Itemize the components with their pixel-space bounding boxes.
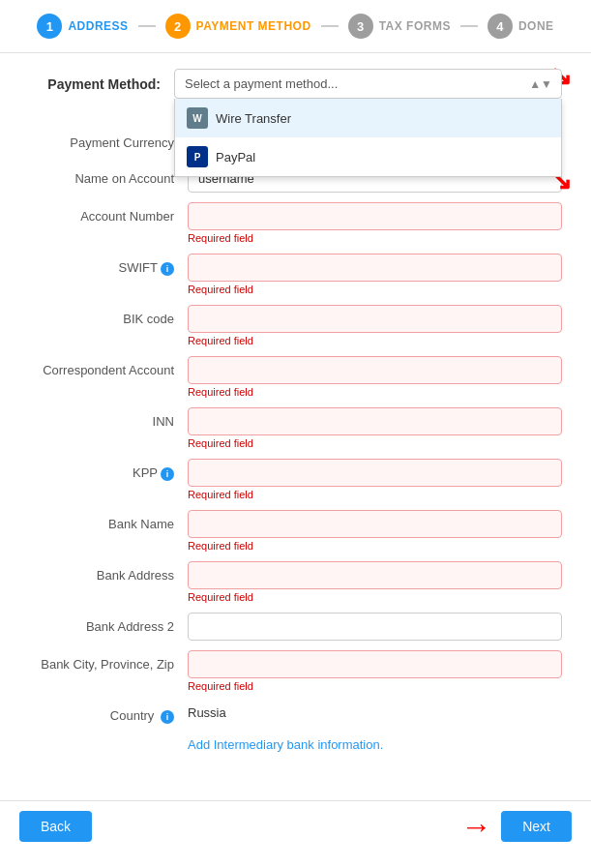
field-row-bank-address-2: Bank Address 2 [29, 613, 562, 641]
required-label-account-number: Required field [188, 232, 562, 244]
input-bank-address[interactable] [188, 561, 562, 589]
step-address[interactable]: 1 ADDRESS [37, 14, 128, 39]
payment-method-select[interactable]: Select a payment method... [174, 69, 562, 99]
required-label-bank-name: Required field [188, 540, 562, 552]
field-row-bank-address: Bank AddressRequired field [29, 561, 562, 603]
info-icon-kpp[interactable]: i [161, 467, 174, 481]
country-value-text: Russia [188, 705, 226, 720]
wire-transfer-label: Wire Transfer [216, 111, 291, 126]
required-label-inn: Required field [188, 437, 562, 449]
field-row-correspondent-account: Correspondent AccountRequired field [29, 356, 562, 398]
paypal-label: PayPal [216, 150, 255, 165]
label-kpp: KPPi [29, 459, 188, 481]
field-row-inn: INNRequired field [29, 407, 562, 449]
label-name-on-account: Name on Account [29, 165, 188, 186]
paypal-icon: P [187, 146, 208, 167]
label-bank-name: Bank Name [29, 510, 188, 531]
step-divider-3 [460, 25, 478, 27]
country-info-icon[interactable]: i [161, 710, 174, 724]
input-bank-name[interactable] [188, 510, 562, 538]
field-wrap-bank-address-2 [188, 613, 562, 641]
field-row-kpp: KPPiRequired field [29, 459, 562, 500]
next-button[interactable]: Next [501, 811, 572, 842]
required-label-bank-address: Required field [188, 591, 562, 603]
step-circle-1: 1 [37, 14, 62, 39]
required-label-swift: Required field [188, 284, 562, 295]
stepper: 1 ADDRESS 2 PAYMENT METHOD 3 TAX FORMS 4… [0, 0, 591, 53]
field-wrap-kpp: Required field [188, 459, 562, 500]
input-swift[interactable] [188, 254, 562, 282]
label-correspondent-account: Correspondent Account [29, 356, 188, 377]
step-divider-1 [138, 25, 156, 27]
required-label-bik-code: Required field [188, 335, 562, 346]
step-label-address: ADDRESS [68, 19, 128, 33]
step-payment[interactable]: 2 PAYMENT METHOD [165, 14, 311, 39]
step-circle-3: 3 [348, 14, 373, 39]
required-label-kpp: Required field [188, 489, 562, 500]
add-intermediary-section: Add Intermediary bank information. [188, 737, 562, 752]
step-divider-2 [321, 25, 339, 27]
payment-method-dropdown: W Wire Transfer P PayPal [174, 99, 562, 177]
required-label-correspondent-account: Required field [188, 386, 562, 398]
dropdown-item-wire[interactable]: W Wire Transfer [175, 99, 561, 137]
label-inn: INN [29, 407, 188, 429]
step-label-done: DONE [518, 19, 554, 33]
label-bik-code: BIK code [29, 305, 188, 326]
payment-method-label: Payment Method: [29, 76, 174, 92]
step-label-taxforms: TAX FORMS [379, 19, 451, 33]
input-bik-code[interactable] [188, 305, 562, 333]
field-wrap-inn: Required field [188, 407, 562, 449]
step-circle-4: 4 [488, 14, 513, 39]
add-intermediary-link[interactable]: Add Intermediary bank information. [188, 737, 383, 752]
field-row-swift: SWIFTiRequired field [29, 254, 562, 295]
step-label-payment: PAYMENT METHOD [196, 19, 311, 33]
dropdown-item-paypal[interactable]: P PayPal [175, 137, 561, 176]
field-wrap-bank-name: Required field [188, 510, 562, 552]
form-fields: Name on AccountAccount NumberRequired fi… [29, 165, 562, 692]
label-bank-address: Bank Address [29, 561, 188, 583]
payment-method-select-wrap[interactable]: Select a payment method... ▲▼ W Wire Tra… [174, 69, 562, 99]
button-row: Back → Next [0, 800, 591, 852]
field-row-bank-city: Bank City, Province, ZipRequired field [29, 650, 562, 692]
step-done[interactable]: 4 DONE [488, 14, 554, 39]
country-row: Country i Russia [29, 702, 562, 724]
field-row-account-number: Account NumberRequired field [29, 202, 562, 244]
step-taxforms[interactable]: 3 TAX FORMS [348, 14, 451, 39]
step-circle-2: 2 [165, 14, 191, 39]
field-row-bik-code: BIK codeRequired field [29, 305, 562, 346]
payment-method-row: Payment Method: Select a payment method.… [29, 69, 562, 99]
wire-transfer-icon: W [187, 107, 208, 129]
input-inn[interactable] [188, 407, 562, 435]
field-row-bank-name: Bank NameRequired field [29, 510, 562, 552]
country-value-field: Russia [188, 705, 562, 720]
back-button[interactable]: Back [19, 811, 92, 842]
arrow-next-decoration: → [460, 811, 491, 842]
label-bank-address-2: Bank Address 2 [29, 613, 188, 634]
input-bank-city[interactable] [188, 650, 562, 678]
next-button-group: → Next [460, 811, 572, 842]
info-icon-swift[interactable]: i [161, 262, 174, 276]
input-correspondent-account[interactable] [188, 356, 562, 384]
currency-label: Payment Currency [29, 135, 188, 150]
form-area: ↘ ↘ Payment Method: Select a payment met… [0, 53, 591, 791]
field-wrap-correspondent-account: Required field [188, 356, 562, 398]
input-account-number[interactable] [188, 202, 562, 230]
field-wrap-account-number: Required field [188, 202, 562, 244]
required-label-bank-city: Required field [188, 680, 562, 692]
field-wrap-bank-city: Required field [188, 650, 562, 692]
label-swift: SWIFTi [29, 254, 188, 276]
country-label: Country i [29, 702, 188, 724]
input-kpp[interactable] [188, 459, 562, 487]
field-wrap-bank-address: Required field [188, 561, 562, 603]
field-wrap-bik-code: Required field [188, 305, 562, 346]
label-account-number: Account Number [29, 202, 188, 224]
input-bank-address-2[interactable] [188, 613, 562, 641]
label-bank-city: Bank City, Province, Zip [29, 650, 188, 672]
field-wrap-swift: Required field [188, 254, 562, 295]
